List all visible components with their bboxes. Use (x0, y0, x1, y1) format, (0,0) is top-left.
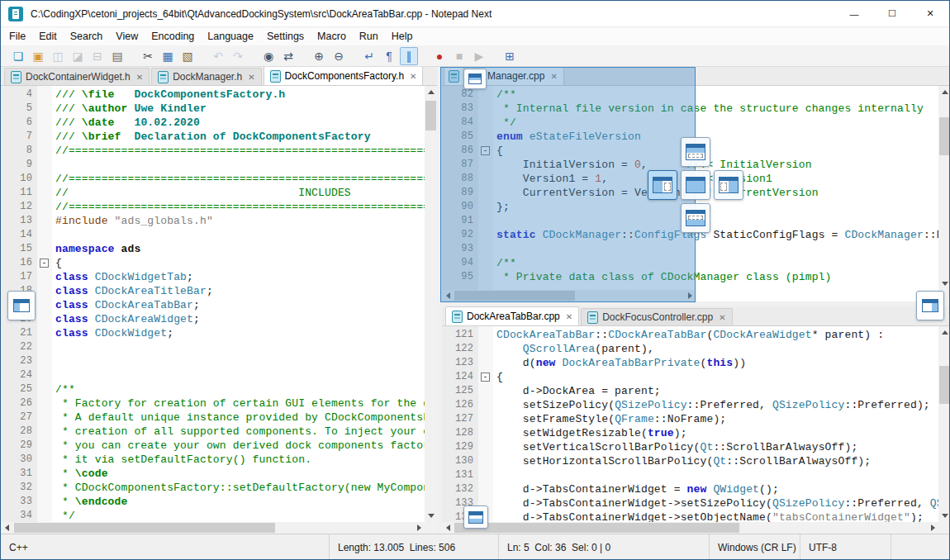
code-text[interactable]: //======================================… (52, 200, 425, 214)
dock-indicator-bottom[interactable] (681, 203, 710, 233)
code-text[interactable] (52, 368, 55, 382)
fold-marker[interactable]: - (481, 373, 490, 382)
word-wrap-button[interactable]: ↵ (360, 47, 378, 65)
code-text[interactable]: class CDockWidget; (52, 326, 173, 340)
replace-button[interactable]: ⇄ (279, 47, 297, 65)
zoom-in-button[interactable]: ⊕ (310, 47, 328, 65)
container-drop-left[interactable] (7, 291, 36, 320)
code-text[interactable] (52, 228, 55, 242)
redo-button[interactable]: ↷ (229, 47, 247, 65)
code-text[interactable]: /// \brief Declaration of DockComponents… (52, 130, 371, 144)
code-text[interactable]: QScrollArea(parent), (493, 342, 654, 356)
container-drop-right[interactable] (916, 291, 944, 320)
save-as-button[interactable]: ◪ (69, 47, 87, 65)
scrollbar-thumb[interactable] (14, 523, 275, 533)
title-bar[interactable]: C:\CodingXP\cetoni_projects_64bit\QtAdva… (1, 1, 949, 27)
code-text[interactable]: d->TabsContainerWidget->setSizePolicy(QS… (493, 496, 938, 510)
status-encoding[interactable]: UTF-8 (800, 534, 891, 560)
tab-DockManager.h[interactable]: DockManager.h✕ (151, 68, 261, 85)
code-text[interactable] (52, 340, 55, 354)
status-eol-format[interactable]: Windows (CR LF) (709, 534, 800, 560)
save-button[interactable]: ◫ (49, 47, 67, 65)
code-text[interactable]: class CDockWidgetTab; (52, 270, 193, 284)
menu-encoding[interactable]: Encoding (145, 27, 201, 45)
code-text[interactable]: /// \date 10.02.2020 (52, 116, 200, 130)
bottom-right-editor-hscrollbar[interactable] (442, 522, 938, 534)
record-macro-button[interactable]: ● (430, 47, 449, 65)
code-text[interactable]: { (52, 256, 62, 270)
code-text[interactable]: * it via setDefaultFactory() function. (52, 453, 311, 467)
code-text[interactable]: d->DockArea = parent; (493, 384, 661, 398)
code-text[interactable]: */ (52, 509, 75, 522)
code-text[interactable]: //======================================… (52, 144, 425, 158)
container-drop-bottom[interactable] (463, 505, 488, 529)
dock-indicator-top[interactable] (681, 137, 710, 167)
tab-DockContainerWidget.h[interactable]: DockContainerWidget.h✕ (4, 68, 150, 85)
tab-DockAreaTabBar.cpp[interactable]: DockAreaTabBar.cpp✕ (445, 306, 579, 325)
status-language[interactable]: C++ (1, 534, 329, 560)
scrollbar-thumb[interactable] (939, 366, 950, 404)
stop-macro-button[interactable]: ■ (450, 47, 468, 65)
menu-view[interactable]: View (109, 27, 145, 45)
code-text[interactable]: setVerticalScrollBarPolicy(Qt::ScrollBar… (493, 440, 857, 454)
maximize-button[interactable]: ☐ (873, 1, 911, 26)
dock-indicator-right[interactable] (714, 170, 743, 200)
code-text[interactable]: d(new DockAreaTabBarPrivate(this)) (493, 356, 746, 370)
tab-DockComponentsFactory.h[interactable]: DockComponentsFactory.h✕ (264, 67, 424, 85)
copy-button[interactable]: ▦ (159, 47, 177, 65)
code-text[interactable]: * you can create your own der​ived dock … (52, 439, 425, 453)
open-file-button[interactable]: ▣ (29, 47, 47, 65)
menu-language[interactable]: Language (201, 27, 260, 45)
menu-macro[interactable]: Macro (311, 27, 353, 45)
menu-file[interactable]: File (2, 27, 32, 45)
top-right-editor-vscrollbar[interactable] (938, 86, 950, 290)
run-button[interactable]: ⊞ (501, 47, 519, 65)
code-text[interactable]: CDockAreaTabBar::CDockAreaTabBar(CDockAr… (493, 328, 884, 342)
scroll-down-icon[interactable] (425, 510, 437, 522)
code-text[interactable] (52, 158, 55, 172)
code-text[interactable] (52, 354, 55, 368)
cut-button[interactable]: ✂ (139, 47, 157, 65)
menu-run[interactable]: Run (353, 27, 385, 45)
code-text[interactable]: * A default unique instance provided by … (52, 411, 425, 425)
code-text[interactable]: class CDockAreaTabBar; (52, 298, 200, 312)
code-text[interactable] (493, 468, 496, 482)
code-text[interactable]: namespace ads (52, 242, 140, 256)
scrollbar-thumb[interactable] (425, 101, 436, 131)
find-button[interactable]: ◉ (259, 47, 278, 65)
tab-close-icon[interactable]: ✕ (136, 73, 143, 82)
play-macro-button[interactable]: ▶ (470, 47, 488, 65)
zoom-out-button[interactable]: ⊖ (330, 47, 348, 65)
menu-help[interactable]: Help (385, 27, 420, 45)
code-text[interactable]: //======================================… (52, 172, 425, 186)
bottom-right-editor-vscrollbar[interactable] (938, 326, 950, 522)
minimize-button[interactable]: — (835, 1, 873, 26)
scroll-up-icon[interactable] (938, 326, 950, 339)
scrollbar-thumb[interactable] (939, 117, 950, 155)
code-text[interactable]: // INCLUDES (52, 186, 351, 200)
code-text[interactable]: setSizePolicy(QSizePolicy::Preferred, QS… (493, 398, 930, 412)
scroll-left-icon[interactable] (1, 522, 12, 534)
dock-indicator-center[interactable] (681, 170, 710, 200)
code-text[interactable]: /// \file DockComponentsFactory.h (52, 88, 285, 102)
tab-close-icon[interactable]: ✕ (719, 313, 725, 322)
scrollbar-thumb[interactable] (454, 523, 739, 533)
show-all-characters-button[interactable]: ¶ (380, 47, 398, 65)
tab-DockFocusController.cpp[interactable]: DockFocusController.cpp✕ (581, 308, 732, 325)
left-editor-vscrollbar[interactable] (425, 86, 437, 522)
code-text[interactable]: * Factory for creation of certain GUI el… (52, 396, 425, 411)
scroll-right-icon[interactable] (413, 522, 425, 534)
new-file-button[interactable]: ❏ (9, 47, 27, 65)
dock-indicator-left[interactable] (648, 170, 677, 200)
bottom-right-editor[interactable]: 121CDockAreaTabBar::CDockAreaTabBar(CDoc… (442, 326, 938, 522)
show-indent-guide-button[interactable]: ∥ (400, 47, 418, 65)
code-text[interactable]: setHorizontalScrollBarPolicy(Qt::ScrollB… (493, 454, 871, 468)
code-text[interactable]: * \endcode (52, 495, 127, 509)
code-text[interactable]: d->TabsContainerWidget = new QWidget(); (493, 482, 779, 496)
code-text[interactable]: /// \author Uwe Kindler (52, 102, 207, 116)
paste-button[interactable]: ▧ (178, 47, 197, 65)
close-button[interactable]: ✕ (911, 1, 949, 26)
code-text[interactable]: setWidgetResizable(true); (493, 426, 687, 440)
scroll-down-icon[interactable] (938, 278, 950, 290)
save-all-button[interactable]: ⊟ (88, 47, 107, 65)
